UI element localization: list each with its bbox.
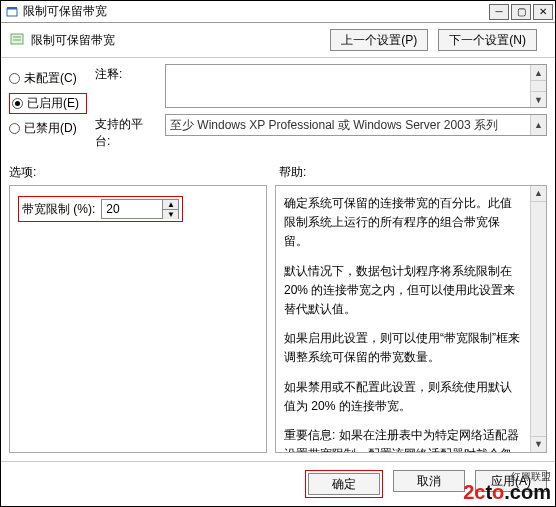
maximize-button[interactable]: ▢ [511,4,531,20]
apply-button[interactable]: 应用(A) [475,470,547,492]
cancel-button[interactable]: 取消 [393,470,465,492]
svg-rect-1 [7,7,17,9]
comment-textarea[interactable]: ▲ ▼ [165,64,547,108]
upper-section: 未配置(C) 已启用(E) 已禁用(D) 注释: [9,64,547,150]
prev-setting-button[interactable]: 上一个设置(P) [330,29,428,51]
supported-on-text: 至少 Windows XP Professional 或 Windows Ser… [170,117,498,134]
comment-label: 注释: [95,64,157,108]
window-icon [5,5,19,19]
ok-button[interactable]: 确定 [308,473,380,495]
help-text: 确定系统可保留的连接带宽的百分比。此值限制系统上运行的所有程序的组合带宽保留。 … [284,194,522,453]
scroll-up-icon[interactable]: ▲ [531,186,546,202]
svg-rect-2 [11,34,23,44]
policy-icon [9,32,25,48]
scroll-up-icon[interactable]: ▲ [531,65,546,81]
svg-rect-0 [7,9,17,16]
dialog-window: 限制可保留带宽 ─ ▢ ✕ 限制可保留带宽 上一个设置(P) 下一个设置(N) … [0,0,556,507]
options-heading: 选项: [9,164,279,181]
content-area: 未配置(C) 已启用(E) 已禁用(D) 注释: [1,58,555,461]
next-setting-button[interactable]: 下一个设置(N) [438,29,537,51]
supported-on-box: 至少 Windows XP Professional 或 Windows Ser… [165,114,547,136]
help-heading: 帮助: [279,164,547,181]
help-panel: 确定系统可保留的连接带宽的百分比。此值限制系统上运行的所有程序的组合带宽保留。 … [275,185,547,453]
minimize-button[interactable]: ─ [489,4,509,20]
bandwidth-limit-label: 带宽限制 (%): [22,201,95,218]
help-scrollbar[interactable]: ▲ ▼ [530,186,546,452]
bandwidth-limit-input[interactable] [102,200,162,218]
radio-disabled[interactable]: 已禁用(D) [9,120,87,137]
bandwidth-limit-spinner[interactable]: ▲ ▼ [101,199,179,219]
comment-scrollbar[interactable]: ▲ ▼ [530,65,546,107]
scroll-down-icon[interactable]: ▼ [531,91,546,107]
options-panel: 带宽限制 (%): ▲ ▼ [9,185,267,453]
titlebar: 限制可保留带宽 ─ ▢ ✕ [1,1,555,23]
spinner-down-icon[interactable]: ▼ [163,210,178,219]
spinner-up-icon[interactable]: ▲ [163,200,178,210]
scroll-down-icon[interactable]: ▼ [531,436,546,452]
state-radio-group: 未配置(C) 已启用(E) 已禁用(D) [9,64,87,150]
toolbar-title: 限制可保留带宽 [31,32,115,49]
window-title: 限制可保留带宽 [23,3,489,20]
platform-scroll-up-icon[interactable]: ▲ [530,115,546,135]
dialog-footer: 确定 取消 应用(A) [1,461,555,506]
platform-label: 支持的平台: [95,114,157,150]
radio-enabled[interactable]: 已启用(E) [12,95,84,112]
radio-not-configured[interactable]: 未配置(C) [9,70,87,87]
toolbar: 限制可保留带宽 上一个设置(P) 下一个设置(N) [1,23,555,58]
close-button[interactable]: ✕ [533,4,553,20]
